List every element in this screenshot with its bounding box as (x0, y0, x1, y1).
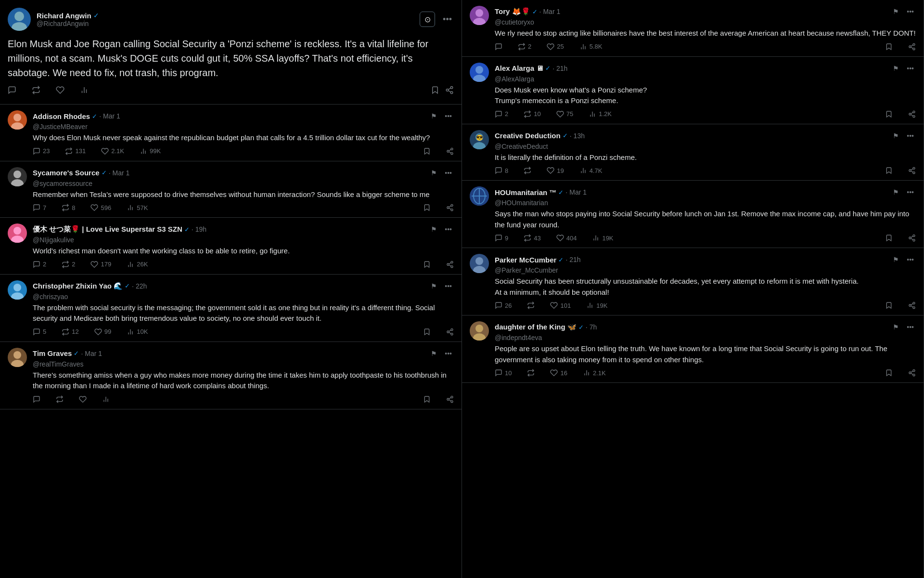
bookmark-action[interactable] (423, 328, 431, 336)
flag-button[interactable]: ⚑ (429, 223, 439, 235)
share-action[interactable] (908, 369, 916, 377)
bookmark-action[interactable] (885, 234, 893, 242)
bookmark-action[interactable] (423, 147, 431, 155)
comment-action[interactable]: 2 (495, 110, 508, 118)
comment-action[interactable]: 7 (33, 204, 46, 211)
retweet-action[interactable] (527, 302, 535, 309)
comment-action[interactable]: 9 (495, 234, 508, 242)
flag-button[interactable]: ⚑ (891, 63, 901, 74)
more-button[interactable]: ••• (905, 254, 916, 265)
flag-button[interactable]: ⚑ (429, 280, 439, 292)
share-action[interactable] (445, 86, 454, 96)
comment-action[interactable]: 8 (495, 167, 508, 174)
share-action[interactable] (908, 167, 916, 174)
views-action[interactable]: 10K (127, 328, 148, 336)
flag-button[interactable]: ⚑ (891, 186, 901, 198)
flag-button[interactable]: ⚑ (429, 167, 439, 179)
share-action[interactable] (446, 328, 454, 336)
share-action[interactable] (446, 395, 454, 403)
more-button[interactable]: ••• (905, 6, 916, 17)
retweet-action[interactable] (527, 369, 535, 377)
retweet-action[interactable] (524, 167, 531, 174)
bookmark-action[interactable] (885, 110, 893, 118)
more-button[interactable]: ••• (905, 130, 916, 142)
like-action[interactable]: 179 (90, 261, 111, 268)
share-action[interactable] (908, 234, 916, 242)
svg-point-6 (446, 89, 449, 92)
views-action[interactable]: 99K (140, 147, 161, 155)
flag-button[interactable]: ⚑ (429, 348, 439, 359)
bookmark-action[interactable] (431, 86, 439, 96)
bookmark-action[interactable] (423, 261, 431, 268)
tweet-actions: 2 25 5.8K (495, 43, 916, 51)
views-action[interactable]: 19K (592, 234, 613, 242)
like-action[interactable]: 596 (90, 204, 111, 211)
share-action[interactable] (446, 204, 454, 211)
more-button[interactable]: ••• (905, 321, 916, 333)
comment-action[interactable] (495, 43, 502, 51)
like-action[interactable]: 16 (550, 369, 567, 377)
comment-action[interactable]: 26 (495, 302, 512, 309)
retweet-action[interactable]: 131 (65, 147, 86, 155)
retweet-action[interactable]: 2 (518, 43, 531, 51)
bookmark-action[interactable] (885, 302, 893, 309)
views-action[interactable]: 4.7K (579, 167, 603, 174)
flag-button[interactable]: ⚑ (891, 321, 901, 333)
like-action[interactable]: 19 (547, 167, 564, 174)
share-action[interactable] (908, 43, 916, 51)
like-action[interactable]: 75 (556, 110, 573, 118)
bookmark-action[interactable] (885, 43, 893, 51)
like-action[interactable]: 101 (550, 302, 571, 309)
more-button[interactable]: ••• (443, 348, 454, 359)
views-action[interactable]: 26K (127, 261, 148, 268)
share-action[interactable] (446, 147, 454, 155)
share-action[interactable] (446, 261, 454, 268)
retweet-action[interactable]: 43 (524, 234, 540, 242)
retweet-action[interactable] (32, 86, 40, 96)
views-action[interactable] (102, 395, 110, 403)
views-action[interactable]: 5.8K (579, 43, 603, 51)
more-button[interactable]: ••• (443, 110, 454, 122)
flag-button[interactable]: ⚑ (891, 254, 901, 265)
more-button[interactable]: ••• (443, 280, 454, 292)
share-action[interactable] (908, 110, 916, 118)
retweet-action[interactable]: 12 (62, 328, 78, 336)
more-button[interactable]: ••• (905, 63, 916, 74)
share-action[interactable] (908, 302, 916, 309)
bookmark-action[interactable] (885, 167, 893, 174)
retweet-action[interactable]: 2 (62, 261, 75, 268)
more-button[interactable]: ••• (905, 186, 916, 198)
comment-action[interactable]: 10 (495, 369, 512, 377)
flag-button[interactable]: ⚑ (891, 6, 901, 17)
like-action[interactable]: 2.1K (101, 147, 124, 155)
views-action[interactable] (80, 86, 89, 96)
like-action[interactable]: 25 (547, 43, 564, 51)
more-button[interactable]: ••• (443, 223, 454, 235)
svg-point-31 (11, 236, 24, 243)
like-action[interactable]: 404 (556, 234, 577, 242)
flag-button[interactable]: ⚑ (891, 130, 901, 142)
views-action[interactable]: 2.1K (583, 369, 606, 377)
tweet-text: World's richest man doesn't want the wor… (33, 246, 454, 257)
comment-action[interactable]: 23 (33, 147, 50, 155)
like-action[interactable]: 99 (94, 328, 111, 336)
comment-action[interactable] (33, 395, 40, 403)
broadcast-button[interactable]: ⊙ (420, 12, 435, 27)
comment-action[interactable]: 5 (33, 328, 46, 336)
like-action[interactable] (56, 86, 64, 96)
retweet-action[interactable]: 8 (62, 204, 75, 211)
bookmark-action[interactable] (423, 204, 431, 211)
comment-action[interactable]: 2 (33, 261, 46, 268)
retweet-action[interactable] (56, 395, 64, 403)
more-button[interactable]: ••• (441, 13, 454, 26)
bookmark-action[interactable] (423, 395, 431, 403)
like-action[interactable] (79, 395, 87, 403)
views-action[interactable]: 1.2K (589, 110, 612, 118)
views-action[interactable]: 57K (127, 204, 148, 211)
flag-button[interactable]: ⚑ (429, 110, 439, 122)
comment-action[interactable] (8, 86, 16, 96)
views-action[interactable]: 19K (586, 302, 607, 309)
retweet-action[interactable]: 10 (524, 110, 540, 118)
more-button[interactable]: ••• (443, 167, 454, 179)
bookmark-action[interactable] (885, 369, 893, 377)
